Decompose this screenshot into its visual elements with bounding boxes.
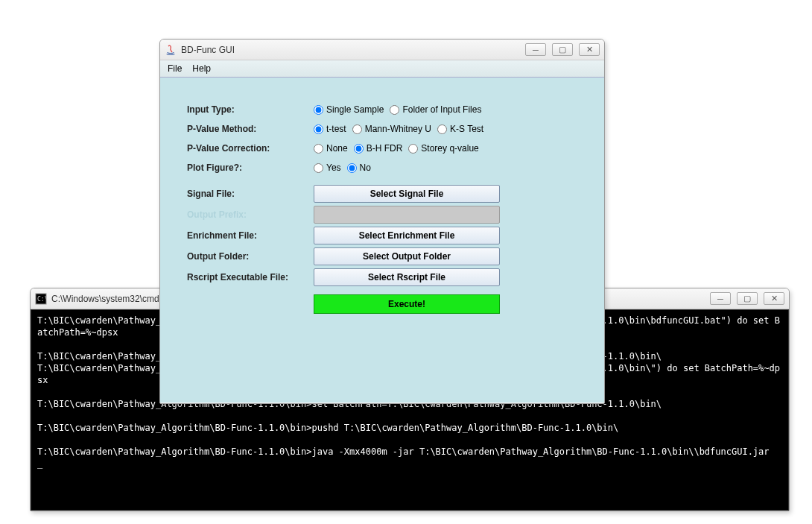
- label-pvalue-method: P-Value Method:: [187, 124, 314, 134]
- radio-bhfdr[interactable]: B-H FDR: [354, 143, 403, 154]
- radiogroup-pvalue-correction: None B-H FDR Storey q-value: [314, 143, 479, 154]
- radiogroup-pvalue-method: t-test Mann-Whitney U K-S Test: [314, 124, 483, 134]
- label-enrichment-file: Enrichment File:: [187, 230, 314, 241]
- disabled-button: [314, 206, 500, 224]
- radio-single-sample[interactable]: Single Sample: [314, 104, 384, 115]
- execute-button[interactable]: Execute!: [314, 294, 500, 314]
- select-enrichment-file-button[interactable]: Select Enrichment File: [314, 227, 500, 244]
- menubar: File Help: [160, 60, 604, 78]
- radio-folder-input[interactable]: Folder of Input Files: [390, 104, 481, 115]
- radio-no[interactable]: No: [347, 162, 371, 173]
- minimize-button[interactable]: ─: [710, 292, 731, 305]
- radio-storey-q[interactable]: Storey q-value: [408, 143, 478, 154]
- label-disabled: Output Prefix:: [187, 209, 314, 220]
- cmd-icon: C:\: [35, 293, 47, 305]
- radio-none[interactable]: None: [314, 143, 348, 154]
- close-button[interactable]: ✕: [764, 292, 784, 305]
- label-pvalue-correction: P-Value Correction:: [187, 143, 314, 154]
- radio-kstest[interactable]: K-S Test: [437, 124, 483, 134]
- label-input-type: Input Type:: [187, 104, 314, 115]
- svg-text:C:\: C:\: [37, 296, 47, 303]
- maximize-button[interactable]: ▢: [737, 292, 758, 305]
- radio-mannwhitney[interactable]: Mann-Whitney U: [352, 124, 431, 134]
- java-icon: [165, 44, 177, 56]
- cmd-title: C:\Windows\system32\cmd.exe: [51, 294, 176, 304]
- gui-titlebar[interactable]: BD-Func GUI ─ ▢ ✕: [160, 40, 604, 60]
- label-output-folder: Output Folder:: [187, 251, 314, 262]
- radiogroup-input-type: Single Sample Folder of Input Files: [314, 104, 481, 115]
- select-output-folder-button[interactable]: Select Output Folder: [314, 247, 500, 265]
- gui-body: Input Type: Single Sample Folder of Inpu…: [160, 78, 604, 403]
- label-signal-file: Signal File:: [187, 189, 314, 199]
- menu-help[interactable]: Help: [192, 63, 211, 74]
- label-plot-figure: Plot Figure?:: [187, 162, 314, 173]
- maximize-button[interactable]: ▢: [552, 43, 573, 56]
- bdfunc-gui-window: BD-Func GUI ─ ▢ ✕ File Help Input Type: …: [159, 39, 605, 404]
- minimize-button[interactable]: ─: [525, 43, 546, 56]
- menu-file[interactable]: File: [168, 63, 182, 74]
- close-button[interactable]: ✕: [579, 43, 600, 56]
- radio-yes[interactable]: Yes: [314, 162, 341, 173]
- gui-title: BD-Func GUI: [181, 45, 235, 55]
- label-rscript-file: Rscript Executable File:: [187, 272, 314, 282]
- select-signal-file-button[interactable]: Select Signal File: [314, 185, 500, 203]
- radio-ttest[interactable]: t-test: [314, 124, 346, 134]
- radiogroup-plot-figure: Yes No: [314, 162, 371, 173]
- select-rscript-file-button[interactable]: Select Rscript File: [314, 268, 500, 286]
